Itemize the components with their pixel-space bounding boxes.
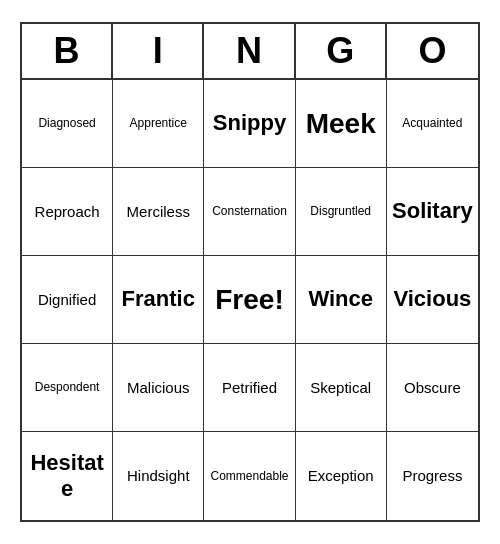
header-letter-i: I [113, 24, 204, 78]
bingo-cell-9[interactable]: Solitary [387, 168, 478, 256]
bingo-cell-8[interactable]: Disgruntled [296, 168, 387, 256]
bingo-cell-13[interactable]: Wince [296, 256, 387, 344]
bingo-cell-23[interactable]: Exception [296, 432, 387, 520]
bingo-card: BINGO DiagnosedApprenticeSnippyMeekAcqua… [20, 22, 480, 522]
bingo-cell-22[interactable]: Commendable [204, 432, 295, 520]
bingo-cell-21[interactable]: Hindsight [113, 432, 204, 520]
bingo-cell-11[interactable]: Frantic [113, 256, 204, 344]
bingo-cell-24[interactable]: Progress [387, 432, 478, 520]
bingo-cell-5[interactable]: Reproach [22, 168, 113, 256]
header-letter-o: O [387, 24, 478, 78]
bingo-cell-12[interactable]: Free! [204, 256, 295, 344]
header-letter-b: B [22, 24, 113, 78]
bingo-cell-17[interactable]: Petrified [204, 344, 295, 432]
header-letter-n: N [204, 24, 295, 78]
bingo-cell-6[interactable]: Merciless [113, 168, 204, 256]
bingo-cell-1[interactable]: Apprentice [113, 80, 204, 168]
bingo-cell-7[interactable]: Consternation [204, 168, 295, 256]
bingo-cell-14[interactable]: Vicious [387, 256, 478, 344]
bingo-cell-3[interactable]: Meek [296, 80, 387, 168]
bingo-cell-2[interactable]: Snippy [204, 80, 295, 168]
bingo-cell-0[interactable]: Diagnosed [22, 80, 113, 168]
bingo-cell-10[interactable]: Dignified [22, 256, 113, 344]
bingo-cell-4[interactable]: Acquainted [387, 80, 478, 168]
bingo-cell-19[interactable]: Obscure [387, 344, 478, 432]
bingo-cell-16[interactable]: Malicious [113, 344, 204, 432]
header-letter-g: G [296, 24, 387, 78]
bingo-cell-18[interactable]: Skeptical [296, 344, 387, 432]
bingo-cell-15[interactable]: Despondent [22, 344, 113, 432]
bingo-header: BINGO [22, 24, 478, 80]
bingo-grid: DiagnosedApprenticeSnippyMeekAcquaintedR… [22, 80, 478, 520]
bingo-cell-20[interactable]: Hesitate [22, 432, 113, 520]
